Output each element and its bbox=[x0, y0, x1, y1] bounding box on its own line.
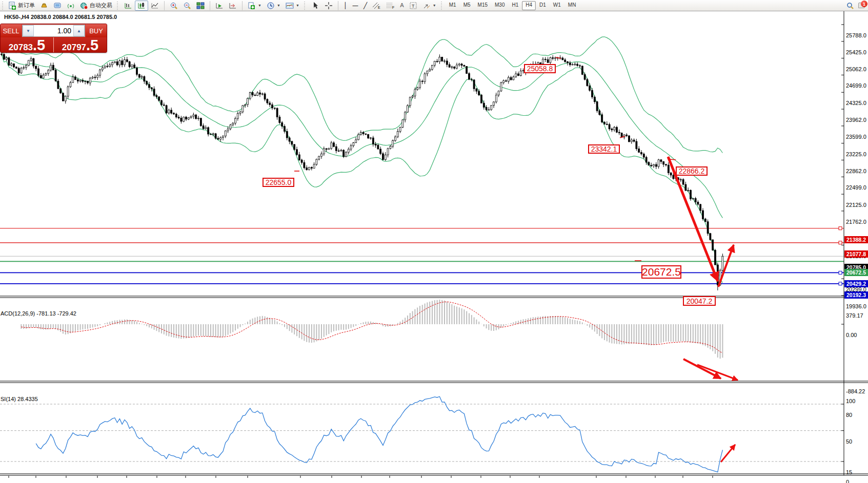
cursor-icon bbox=[311, 2, 319, 10]
equidistant-channel-button[interactable]: E bbox=[370, 1, 383, 11]
channel-icon: E bbox=[372, 2, 381, 10]
fibonacci-button[interactable]: F bbox=[383, 1, 397, 11]
text-button[interactable]: A bbox=[397, 1, 407, 11]
tile-windows-icon bbox=[196, 2, 205, 10]
price-annotation[interactable]: 22866.2 bbox=[676, 166, 708, 176]
toolbar-drag-handle[interactable] bbox=[304, 2, 307, 10]
volume-decrease-button[interactable]: ▼ bbox=[23, 25, 34, 36]
autotrade-button[interactable]: 自动交易 bbox=[77, 1, 115, 11]
buy-price[interactable]: 20797 .5 bbox=[54, 37, 107, 53]
timeframe-button-m5[interactable]: M5 bbox=[460, 1, 474, 10]
main-toolbar: 新订单 自动交易 bbox=[0, 0, 868, 11]
macd-pane bbox=[21, 300, 722, 359]
bollinger-lower-band bbox=[2, 54, 722, 283]
candlestick-chart-icon bbox=[137, 2, 146, 10]
y-axis-tick: 23599.0 bbox=[846, 134, 867, 140]
timeframe-button-m30[interactable]: M30 bbox=[491, 1, 508, 10]
crosshair-button[interactable] bbox=[322, 1, 335, 11]
indicators-button[interactable]: ▼ bbox=[283, 1, 302, 11]
tile-windows-button[interactable] bbox=[194, 1, 207, 11]
y-axis-tick: 22125.0 bbox=[846, 202, 867, 208]
y-axis-tick: 22499.0 bbox=[846, 184, 867, 191]
sell-price[interactable]: 20783 .5 bbox=[1, 37, 54, 53]
chart-window[interactable]: HK50-,H4 20838.0 20884.0 20681.5 20785.0… bbox=[0, 11, 868, 483]
level-line-marker[interactable] bbox=[839, 227, 842, 230]
candlesticks bbox=[1, 51, 723, 290]
trendline-button[interactable]: ╱ bbox=[361, 1, 370, 11]
new-chart-button[interactable]: ▼ bbox=[245, 1, 264, 11]
rsi-scale-80: 80 bbox=[846, 412, 852, 418]
price-badge-20192.3: 20192.3 bbox=[844, 291, 868, 299]
price-badge-21388.2: 21388.2 bbox=[844, 236, 868, 243]
new-order-button[interactable]: 新订单 bbox=[6, 1, 37, 11]
chart-canvas[interactable] bbox=[0, 11, 868, 483]
y-axis-tick: 24699.0 bbox=[846, 82, 867, 89]
y-axis-tick: 19936.0 bbox=[846, 303, 867, 309]
metaeditor-button[interactable] bbox=[51, 1, 64, 11]
level-line-marker[interactable] bbox=[839, 271, 842, 274]
timeframe-toolbar: M1M5M15M30H1H4D1W1MN bbox=[445, 0, 581, 11]
y-axis-tick: 22862.0 bbox=[846, 168, 867, 174]
timeframe-button-w1[interactable]: W1 bbox=[550, 1, 564, 10]
price-badge-20429.2: 20429.2 bbox=[844, 280, 868, 287]
notifications-button[interactable]: 1 bbox=[858, 3, 865, 8]
metaeditor-icon bbox=[53, 2, 62, 10]
level-line-marker[interactable] bbox=[839, 241, 842, 244]
zoom-in-button[interactable] bbox=[167, 1, 180, 11]
toolbar-drag-handle[interactable] bbox=[441, 2, 443, 10]
y-axis-tick: 25062.0 bbox=[846, 66, 867, 72]
text-label-button[interactable]: T bbox=[407, 1, 420, 11]
market-button[interactable] bbox=[37, 1, 51, 11]
price-annotation[interactable]: 25058.8 bbox=[524, 64, 556, 73]
timeframe-button-d1[interactable]: D1 bbox=[536, 1, 550, 10]
trend-arrow[interactable] bbox=[718, 245, 734, 287]
rsi-scale-50: 50 bbox=[846, 438, 852, 445]
signals-icon bbox=[67, 2, 75, 10]
toolbar-drag-handle[interactable] bbox=[117, 2, 119, 10]
chart-shift-button[interactable] bbox=[226, 1, 239, 11]
svg-text:T: T bbox=[412, 4, 415, 9]
crosshair-icon bbox=[325, 2, 333, 10]
price-annotation[interactable]: 23342.1 bbox=[588, 144, 620, 154]
text-label-icon: T bbox=[409, 2, 417, 10]
sell-button[interactable]: SELL bbox=[1, 24, 22, 37]
svg-text:E: E bbox=[378, 6, 380, 9]
horizontal-line-button[interactable]: — bbox=[350, 1, 361, 11]
line-chart-button[interactable] bbox=[148, 1, 162, 11]
candlestick-chart-button[interactable] bbox=[135, 1, 148, 11]
timeframe-button-mn[interactable]: MN bbox=[564, 1, 580, 10]
timeframe-button-m15[interactable]: M15 bbox=[474, 1, 491, 10]
signals-button[interactable] bbox=[64, 1, 77, 11]
rsi-scale-100: 100 bbox=[846, 398, 855, 404]
y-axis-tick: 23962.0 bbox=[846, 117, 867, 123]
trend-arrow[interactable] bbox=[683, 359, 721, 379]
volume-input[interactable] bbox=[34, 25, 73, 36]
volume-increase-button[interactable]: ▲ bbox=[73, 25, 85, 36]
search-icon[interactable] bbox=[846, 2, 854, 10]
price-annotation[interactable]: 22655.0 bbox=[263, 178, 294, 187]
macd-scale-zero: 0.00 bbox=[846, 332, 857, 338]
timeframe-button-m1[interactable]: M1 bbox=[446, 1, 460, 10]
arrows-menu-button[interactable]: ▼ bbox=[420, 1, 439, 11]
toolbar-drag-handle[interactable] bbox=[2, 2, 5, 10]
rsi-line bbox=[36, 396, 722, 472]
vertical-line-button[interactable]: │ bbox=[341, 1, 350, 11]
trend-arrow[interactable] bbox=[721, 445, 735, 462]
price-annotation[interactable]: 20672.5 bbox=[641, 265, 681, 279]
timeframe-button-h4[interactable]: H4 bbox=[522, 1, 536, 10]
macd-label: ACD(12,26,9) -781.13 -729.42 bbox=[1, 310, 76, 317]
macd-signal-line bbox=[21, 302, 722, 353]
chart-title: HK50-,H4 20838.0 20884.0 20681.5 20785.0 bbox=[4, 14, 117, 20]
zoom-out-button[interactable] bbox=[180, 1, 194, 11]
clock-icon bbox=[267, 2, 275, 10]
timeframe-menu-button[interactable]: ▼ bbox=[264, 1, 283, 11]
buy-button[interactable]: BUY bbox=[86, 24, 107, 37]
cursor-button[interactable] bbox=[309, 1, 322, 11]
auto-scroll-button[interactable] bbox=[213, 1, 226, 11]
level-line-marker[interactable] bbox=[839, 282, 842, 285]
bar-chart-button[interactable] bbox=[122, 1, 135, 11]
autotrade-icon bbox=[80, 2, 88, 10]
one-click-trading-panel: SELL ▼ ▲ BUY 20783 .5 20797 .5 bbox=[0, 24, 107, 53]
price-annotation[interactable]: 20047.2 bbox=[683, 296, 716, 306]
timeframe-button-h1[interactable]: H1 bbox=[508, 1, 522, 10]
